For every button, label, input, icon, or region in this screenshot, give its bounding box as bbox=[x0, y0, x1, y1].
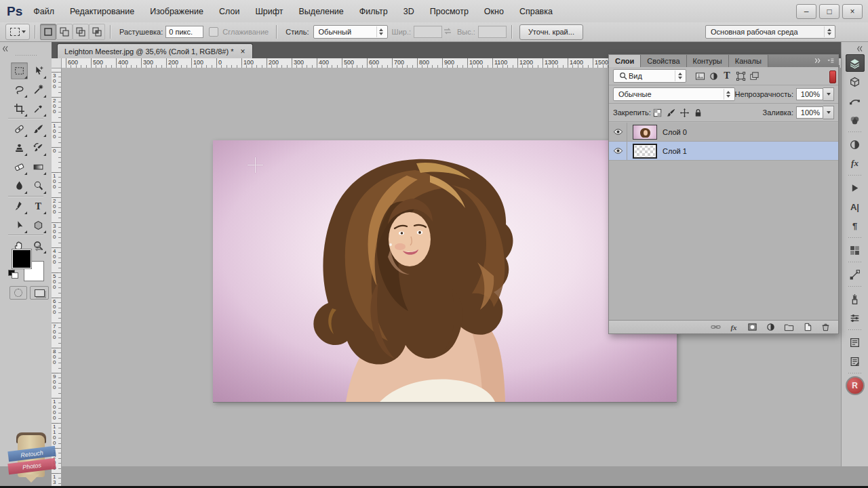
dock-grip[interactable] bbox=[848, 329, 862, 331]
transform-panel-icon[interactable] bbox=[846, 266, 865, 283]
rect-marquee-tool[interactable] bbox=[11, 62, 28, 79]
quick-mask-button[interactable] bbox=[9, 286, 27, 300]
tab-слои[interactable]: Слои bbox=[609, 55, 641, 67]
document-canvas[interactable] bbox=[213, 140, 677, 402]
adjustments-panel-icon[interactable] bbox=[846, 136, 865, 153]
filter-smart-objects-icon[interactable] bbox=[747, 70, 761, 82]
type-tool[interactable]: T bbox=[30, 198, 47, 215]
panel-menu-icon[interactable] bbox=[826, 56, 835, 66]
filter-type-select[interactable]: Вид bbox=[613, 69, 686, 83]
move-tool[interactable] bbox=[30, 62, 47, 79]
styles-panel-icon[interactable]: fx bbox=[846, 155, 865, 172]
brushes-panel-icon[interactable] bbox=[846, 290, 865, 308]
brush-presets-panel-icon[interactable] bbox=[846, 309, 865, 327]
lock-all-icon[interactable] bbox=[692, 106, 705, 119]
dock-grip[interactable] bbox=[848, 372, 862, 375]
swap-width-height-icon[interactable] bbox=[442, 26, 453, 38]
dock-grip[interactable] bbox=[848, 174, 862, 177]
new-group-icon[interactable] bbox=[783, 321, 795, 333]
healing-brush-tool[interactable] bbox=[11, 121, 28, 138]
crop-tool[interactable] bbox=[11, 100, 28, 117]
blend-mode-select[interactable]: Обычные bbox=[613, 87, 735, 101]
eraser-tool[interactable] bbox=[11, 159, 28, 176]
expand-dock-icon[interactable] bbox=[856, 43, 865, 52]
new-adjustment-layer-icon[interactable] bbox=[764, 321, 776, 333]
collapse-panel-icon[interactable] bbox=[813, 56, 822, 66]
filter-type-layers-icon[interactable]: T bbox=[720, 70, 734, 82]
default-colors-icon[interactable] bbox=[8, 270, 18, 278]
color-panel-icon[interactable] bbox=[846, 111, 865, 129]
feather-input[interactable] bbox=[165, 26, 203, 38]
filter-shape-layers-icon[interactable] bbox=[734, 70, 747, 82]
blur-tool[interactable] bbox=[11, 178, 28, 195]
swatches-panel-icon[interactable] bbox=[846, 241, 865, 259]
close-tab-icon[interactable]: × bbox=[240, 47, 245, 56]
style-select[interactable]: Обычный bbox=[313, 25, 388, 39]
vertical-ruler[interactable]: 3002001000100200300400500600700800900100… bbox=[52, 68, 62, 486]
menu-просмотр[interactable]: Просмотр bbox=[430, 7, 469, 16]
menu-редактирование[interactable]: Редактирование bbox=[70, 7, 134, 16]
eyedropper-tool[interactable] bbox=[30, 100, 47, 117]
layer-thumbnail[interactable] bbox=[633, 144, 657, 159]
new-layer-icon[interactable] bbox=[801, 321, 813, 333]
actions-panel-icon[interactable] bbox=[846, 179, 865, 197]
menu-справка[interactable]: Справка bbox=[519, 7, 553, 16]
dock-grip[interactable] bbox=[848, 237, 862, 239]
lock-pixels-icon[interactable] bbox=[665, 106, 678, 119]
height-input[interactable] bbox=[478, 26, 507, 38]
brush-tool[interactable] bbox=[30, 121, 47, 138]
dock-grip[interactable] bbox=[848, 261, 862, 264]
lock-position-icon[interactable] bbox=[678, 106, 692, 119]
selection-mode-subtract-button[interactable] bbox=[73, 24, 89, 40]
magic-wand-tool[interactable] bbox=[30, 81, 47, 98]
layer-row-слой-0[interactable]: Слой 0 bbox=[609, 123, 838, 142]
layer-visibility-eye-icon[interactable] bbox=[609, 142, 627, 160]
foreground-color-swatch[interactable] bbox=[12, 249, 31, 268]
shape-tool[interactable] bbox=[30, 217, 47, 234]
notes-panel-icon[interactable] bbox=[846, 352, 865, 370]
layer-filter-toggle[interactable] bbox=[829, 70, 836, 83]
dock-grip[interactable] bbox=[848, 285, 862, 288]
menu-слои[interactable]: Слои bbox=[219, 7, 239, 16]
character-panel-icon[interactable]: A| bbox=[846, 198, 865, 216]
collapse-tools-icon[interactable] bbox=[1, 43, 11, 52]
menu-окно[interactable]: Окно bbox=[484, 7, 504, 16]
width-input[interactable] bbox=[414, 26, 442, 38]
close-button[interactable]: × bbox=[842, 4, 863, 19]
tools-grip[interactable] bbox=[15, 54, 38, 57]
paths-panel-icon[interactable] bbox=[846, 92, 865, 110]
fill-combo[interactable]: 100% bbox=[796, 106, 834, 119]
gradient-tool[interactable] bbox=[30, 159, 47, 176]
menu-изображение[interactable]: Изображение bbox=[150, 7, 203, 16]
r-badge-icon[interactable]: R bbox=[846, 377, 865, 394]
filter-adjustment-layers-icon[interactable] bbox=[707, 70, 720, 82]
minimize-button[interactable]: – bbox=[796, 4, 816, 19]
screen-mode-button[interactable] bbox=[30, 286, 49, 300]
selection-mode-intersect-button[interactable] bbox=[89, 24, 105, 40]
swap-colors-icon[interactable] bbox=[33, 243, 43, 252]
menu-выделение[interactable]: Выделение bbox=[299, 7, 344, 16]
workspace-select[interactable]: Основная рабочая среда bbox=[705, 25, 835, 39]
dock-grip[interactable] bbox=[848, 131, 862, 134]
chevron-down-icon[interactable] bbox=[823, 87, 834, 101]
menu-файл[interactable]: Файл bbox=[33, 7, 54, 16]
dodge-tool[interactable] bbox=[30, 178, 47, 195]
layer-style-fx-icon[interactable]: fx bbox=[728, 321, 740, 333]
document-tab[interactable]: Leighton Meester.jpg @ 35,6% (Слой 1, RG… bbox=[57, 43, 253, 59]
filter-pixel-layers-icon[interactable] bbox=[693, 70, 707, 82]
opacity-combo[interactable]: 100% bbox=[796, 87, 834, 101]
layer-thumbnail[interactable] bbox=[633, 125, 657, 140]
tab-контуры[interactable]: Контуры bbox=[687, 55, 729, 67]
chevron-down-icon[interactable] bbox=[823, 106, 834, 119]
layers-panel-icon[interactable] bbox=[846, 54, 865, 72]
refine-edge-button[interactable]: Уточн. край... bbox=[519, 24, 583, 40]
selection-mode-add-button[interactable] bbox=[56, 24, 73, 40]
maximize-button[interactable]: □ bbox=[819, 4, 840, 19]
link-layers-icon[interactable] bbox=[709, 321, 722, 333]
delete-layer-icon[interactable] bbox=[819, 321, 831, 333]
antialias-checkbox[interactable] bbox=[209, 27, 218, 37]
layer-row-слой-1[interactable]: Слой 1 bbox=[609, 142, 838, 161]
history-brush-tool[interactable] bbox=[30, 140, 47, 157]
lock-transparency-icon[interactable] bbox=[651, 106, 665, 119]
tab-свойства[interactable]: Свойства bbox=[641, 55, 686, 67]
